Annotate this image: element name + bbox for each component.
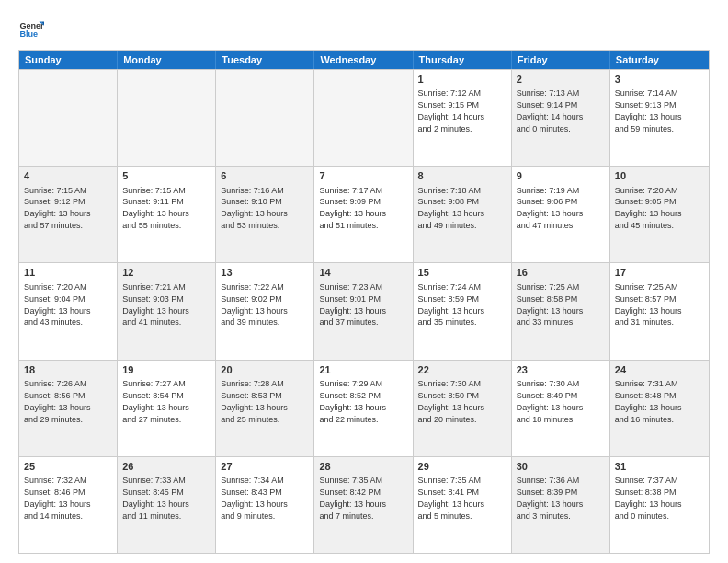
day-number: 9 (517, 169, 605, 183)
day-cell-19: 19Sunrise: 7:27 AM Sunset: 8:54 PM Dayli… (118, 361, 216, 456)
day-number: 2 (517, 73, 605, 86)
day-content: Sunrise: 7:28 AM Sunset: 8:53 PM Dayligh… (221, 379, 288, 424)
day-cell-15: 15Sunrise: 7:24 AM Sunset: 8:59 PM Dayli… (414, 263, 512, 359)
header-day-sunday: Sunday (19, 51, 118, 69)
day-content: Sunrise: 7:36 AM Sunset: 8:39 PM Dayligh… (517, 476, 584, 521)
day-number: 24 (615, 363, 704, 377)
day-content: Sunrise: 7:31 AM Sunset: 8:48 PM Dayligh… (615, 379, 682, 424)
day-content: Sunrise: 7:22 AM Sunset: 9:02 PM Dayligh… (221, 282, 288, 327)
week-row-4: 25Sunrise: 7:32 AM Sunset: 8:46 PM Dayli… (19, 456, 709, 553)
day-number: 8 (418, 169, 506, 183)
day-content: Sunrise: 7:20 AM Sunset: 9:05 PM Dayligh… (615, 186, 682, 231)
day-cell-7: 7Sunrise: 7:17 AM Sunset: 9:09 PM Daylig… (314, 167, 413, 262)
day-content: Sunrise: 7:37 AM Sunset: 8:38 PM Dayligh… (615, 476, 682, 521)
day-cell-13: 13Sunrise: 7:22 AM Sunset: 9:02 PM Dayli… (216, 263, 314, 359)
day-number: 15 (418, 266, 506, 280)
day-content: Sunrise: 7:21 AM Sunset: 9:03 PM Dayligh… (122, 282, 189, 327)
page: General Blue SundayMondayTuesdayWednesda… (0, 0, 728, 563)
day-cell-23: 23Sunrise: 7:30 AM Sunset: 8:49 PM Dayli… (512, 361, 610, 456)
logo: General Blue (18, 17, 48, 42)
day-content: Sunrise: 7:12 AM Sunset: 9:15 PM Dayligh… (418, 88, 485, 133)
day-cell-20: 20Sunrise: 7:28 AM Sunset: 8:53 PM Dayli… (216, 361, 314, 456)
day-cell-2: 2Sunrise: 7:13 AM Sunset: 9:14 PM Daylig… (512, 70, 610, 166)
day-cell-3: 3Sunrise: 7:14 AM Sunset: 9:13 PM Daylig… (610, 70, 709, 166)
day-cell-31: 31Sunrise: 7:37 AM Sunset: 8:38 PM Dayli… (610, 457, 709, 553)
week-row-0: 1Sunrise: 7:12 AM Sunset: 9:15 PM Daylig… (19, 69, 709, 166)
day-content: Sunrise: 7:17 AM Sunset: 9:09 PM Dayligh… (319, 186, 386, 231)
day-content: Sunrise: 7:27 AM Sunset: 8:54 PM Dayligh… (122, 379, 189, 424)
day-cell-27: 27Sunrise: 7:34 AM Sunset: 8:43 PM Dayli… (216, 457, 314, 553)
day-cell-14: 14Sunrise: 7:23 AM Sunset: 9:01 PM Dayli… (314, 263, 413, 359)
day-number: 10 (615, 169, 704, 183)
day-content: Sunrise: 7:29 AM Sunset: 8:52 PM Dayligh… (319, 379, 386, 424)
day-content: Sunrise: 7:13 AM Sunset: 9:14 PM Dayligh… (517, 88, 584, 133)
day-number: 16 (517, 266, 605, 280)
logo-icon: General Blue (18, 17, 44, 42)
day-cell-11: 11Sunrise: 7:20 AM Sunset: 9:04 PM Dayli… (19, 263, 118, 359)
day-content: Sunrise: 7:26 AM Sunset: 8:56 PM Dayligh… (24, 379, 91, 424)
day-cell-30: 30Sunrise: 7:36 AM Sunset: 8:39 PM Dayli… (512, 457, 610, 553)
day-content: Sunrise: 7:24 AM Sunset: 8:59 PM Dayligh… (418, 282, 485, 327)
header-day-saturday: Saturday (610, 51, 709, 69)
day-number: 22 (418, 363, 506, 377)
day-content: Sunrise: 7:19 AM Sunset: 9:06 PM Dayligh… (517, 186, 584, 231)
day-number: 17 (615, 266, 704, 280)
day-cell-10: 10Sunrise: 7:20 AM Sunset: 9:05 PM Dayli… (610, 167, 709, 262)
day-cell-5: 5Sunrise: 7:15 AM Sunset: 9:11 PM Daylig… (118, 167, 216, 262)
day-cell-24: 24Sunrise: 7:31 AM Sunset: 8:48 PM Dayli… (610, 361, 709, 456)
day-number: 3 (615, 73, 704, 86)
svg-text:Blue: Blue (19, 29, 38, 39)
day-number: 12 (122, 266, 210, 280)
day-content: Sunrise: 7:25 AM Sunset: 8:58 PM Dayligh… (517, 282, 584, 327)
day-content: Sunrise: 7:25 AM Sunset: 8:57 PM Dayligh… (615, 282, 682, 327)
day-number: 25 (24, 460, 112, 474)
day-cell-1: 1Sunrise: 7:12 AM Sunset: 9:15 PM Daylig… (414, 70, 512, 166)
day-cell-8: 8Sunrise: 7:18 AM Sunset: 9:08 PM Daylig… (414, 167, 512, 262)
day-cell-9: 9Sunrise: 7:19 AM Sunset: 9:06 PM Daylig… (512, 167, 610, 262)
empty-cell (314, 70, 413, 166)
day-cell-22: 22Sunrise: 7:30 AM Sunset: 8:50 PM Dayli… (414, 361, 512, 456)
week-row-1: 4Sunrise: 7:15 AM Sunset: 9:12 PM Daylig… (19, 166, 709, 262)
day-content: Sunrise: 7:14 AM Sunset: 9:13 PM Dayligh… (615, 88, 682, 133)
day-number: 28 (319, 460, 407, 474)
day-number: 20 (221, 363, 309, 377)
day-content: Sunrise: 7:15 AM Sunset: 9:12 PM Dayligh… (24, 186, 91, 231)
day-number: 18 (24, 363, 112, 377)
header-day-monday: Monday (118, 51, 216, 69)
day-cell-29: 29Sunrise: 7:35 AM Sunset: 8:41 PM Dayli… (414, 457, 512, 553)
day-number: 1 (418, 73, 506, 86)
day-cell-6: 6Sunrise: 7:16 AM Sunset: 9:10 PM Daylig… (216, 167, 314, 262)
header-day-wednesday: Wednesday (314, 51, 413, 69)
day-number: 26 (122, 460, 210, 474)
header-day-tuesday: Tuesday (216, 51, 314, 69)
day-cell-28: 28Sunrise: 7:35 AM Sunset: 8:42 PM Dayli… (314, 457, 413, 553)
day-cell-17: 17Sunrise: 7:25 AM Sunset: 8:57 PM Dayli… (610, 263, 709, 359)
day-cell-25: 25Sunrise: 7:32 AM Sunset: 8:46 PM Dayli… (19, 457, 118, 553)
day-cell-21: 21Sunrise: 7:29 AM Sunset: 8:52 PM Dayli… (314, 361, 413, 456)
calendar-header: SundayMondayTuesdayWednesdayThursdayFrid… (19, 51, 709, 69)
day-number: 19 (122, 363, 210, 377)
day-number: 30 (517, 460, 605, 474)
day-number: 6 (221, 169, 309, 183)
day-content: Sunrise: 7:30 AM Sunset: 8:50 PM Dayligh… (418, 379, 485, 424)
day-number: 13 (221, 266, 309, 280)
day-number: 31 (615, 460, 704, 474)
day-content: Sunrise: 7:15 AM Sunset: 9:11 PM Dayligh… (122, 186, 189, 231)
day-number: 11 (24, 266, 112, 280)
day-content: Sunrise: 7:34 AM Sunset: 8:43 PM Dayligh… (221, 476, 288, 521)
day-cell-12: 12Sunrise: 7:21 AM Sunset: 9:03 PM Dayli… (118, 263, 216, 359)
empty-cell (216, 70, 314, 166)
day-number: 14 (319, 266, 407, 280)
empty-cell (118, 70, 216, 166)
day-content: Sunrise: 7:30 AM Sunset: 8:49 PM Dayligh… (517, 379, 584, 424)
day-cell-4: 4Sunrise: 7:15 AM Sunset: 9:12 PM Daylig… (19, 167, 118, 262)
day-content: Sunrise: 7:23 AM Sunset: 9:01 PM Dayligh… (319, 282, 386, 327)
header-day-thursday: Thursday (414, 51, 512, 69)
day-number: 29 (418, 460, 506, 474)
day-number: 7 (319, 169, 407, 183)
day-content: Sunrise: 7:33 AM Sunset: 8:45 PM Dayligh… (122, 476, 189, 521)
empty-cell (19, 70, 118, 166)
day-number: 4 (24, 169, 112, 183)
header: General Blue (18, 17, 710, 42)
calendar-body: 1Sunrise: 7:12 AM Sunset: 9:15 PM Daylig… (19, 69, 709, 553)
